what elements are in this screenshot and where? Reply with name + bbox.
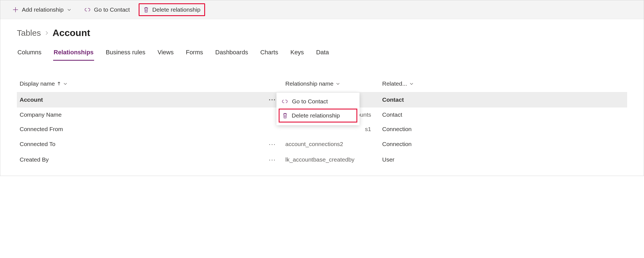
cell-display-name: Account [20,96,269,103]
plus-icon [12,7,19,13]
link-icon [84,7,91,12]
context-menu-item-label: Go to Contact [292,98,328,105]
toolbar: Add relationship Go to Contact Delete re… [0,0,644,19]
tab-business-rules[interactable]: Business rules [105,47,146,61]
tab-data[interactable]: Data [315,47,329,61]
add-relationship-button[interactable]: Add relationship [9,4,75,15]
add-relationship-label: Add relationship [22,6,64,13]
cell-display-name: Connected From [20,126,269,132]
link-icon [281,99,288,104]
context-menu-delete-relationship[interactable]: Delete relationship [279,109,357,122]
context-menu-go-to-contact[interactable]: Go to Contact [276,95,359,108]
row-more-button[interactable]: ··· [269,140,285,148]
tabs: Columns Relationships Business rules Vie… [17,47,627,61]
column-header-related[interactable]: Related... [382,80,624,87]
context-menu: Go to Contact Delete relationship [276,93,359,125]
breadcrumb-root[interactable]: Tables [17,28,41,38]
go-to-contact-button[interactable]: Go to Contact [80,4,134,15]
sort-asc-icon [57,81,61,86]
trash-icon [143,7,149,13]
go-to-contact-label: Go to Contact [94,6,130,13]
tab-forms[interactable]: Forms [185,47,203,61]
chevron-down-icon [409,81,414,86]
cell-display-name: Created By [20,156,269,163]
tab-keys[interactable]: Keys [290,47,304,61]
cell-relationship-name: s1 [285,126,382,132]
chevron-down-icon [67,7,71,12]
row-more-button[interactable]: ··· [269,156,285,164]
tab-relationships[interactable]: Relationships [53,47,94,61]
cell-related: Contact [382,111,624,118]
cell-related: Connection [382,126,624,132]
tab-dashboards[interactable]: Dashboards [215,47,249,61]
trash-icon [282,113,288,119]
table-row[interactable]: Created By ··· lk_accountbase_createdby … [17,152,627,167]
cell-display-name: Connected To [20,141,269,147]
chevron-right-icon [45,30,49,36]
cell-relationship-name: account_connections2 [285,141,382,147]
chevron-down-icon [63,81,68,86]
cell-display-name: Company Name [20,111,269,118]
chevron-down-icon [336,81,340,86]
cell-related: User [382,156,624,163]
column-header-display-name[interactable]: Display name [20,80,269,87]
tab-columns[interactable]: Columns [17,47,42,61]
context-menu-item-label: Delete relationship [292,112,340,119]
delete-relationship-label: Delete relationship [152,6,200,13]
delete-relationship-button[interactable]: Delete relationship [139,3,205,16]
cell-related: Connection [382,141,624,147]
cell-related: Contact [382,96,624,103]
table-row[interactable]: Connected To ··· account_connections2 Co… [17,136,627,152]
tab-charts[interactable]: Charts [260,47,279,61]
cell-relationship-name: lk_accountbase_createdby [285,156,382,163]
breadcrumb-current: Account [53,27,90,38]
column-header-relationship-name[interactable]: Relationship name [285,80,382,87]
breadcrumb: Tables Account [17,27,627,38]
tab-views[interactable]: Views [157,47,174,61]
table-header: Display name Relationship name Related..… [17,80,627,92]
relationships-table: Display name Relationship name Related..… [17,80,627,167]
